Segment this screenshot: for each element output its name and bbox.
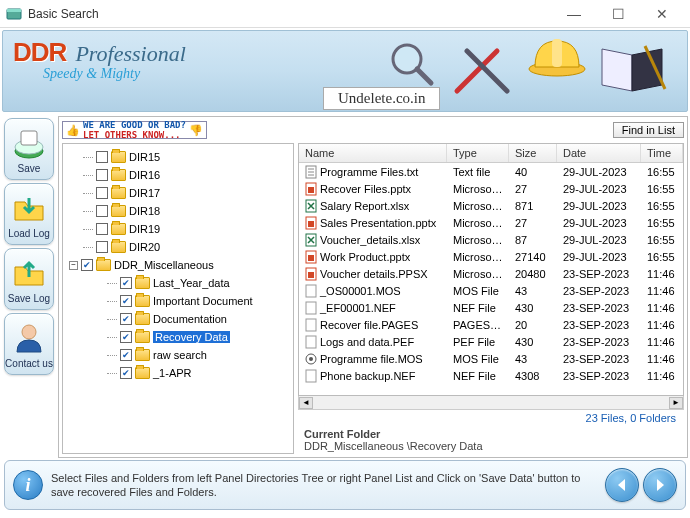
file-time: 11:46	[641, 284, 683, 298]
tree-node[interactable]: Documentation	[65, 310, 291, 328]
checkbox[interactable]	[120, 349, 132, 361]
file-time: 16:55	[641, 233, 683, 247]
screwdriver-icon	[447, 41, 517, 101]
checkbox[interactable]	[120, 331, 132, 343]
window-title: Basic Search	[28, 7, 552, 21]
checkbox[interactable]	[96, 205, 108, 217]
file-list[interactable]: Name Type Size Date Time Programme Files…	[298, 143, 684, 396]
contact-us-button[interactable]: Contact us	[4, 313, 54, 375]
feedback-line1: WE ARE GOOD OR BAD?	[83, 120, 186, 130]
tree-connector	[83, 157, 93, 158]
tree-node[interactable]: DIR19	[65, 220, 291, 238]
file-name: Phone backup.NEF	[320, 370, 415, 382]
sidebar-label: Save Log	[8, 293, 50, 304]
checkbox[interactable]	[81, 259, 93, 271]
checkbox[interactable]	[96, 241, 108, 253]
scroll-right-icon[interactable]: ►	[669, 397, 683, 409]
col-size[interactable]: Size	[509, 144, 557, 162]
load-log-button-icon	[11, 190, 47, 226]
tree-connector	[107, 337, 117, 338]
minimize-button[interactable]: —	[552, 0, 596, 28]
svg-rect-11	[21, 131, 37, 145]
file-type: Microsoft...	[447, 233, 509, 247]
directory-tree[interactable]: DIR15DIR16DIR17DIR18DIR19DIR20−DDR_Misce…	[62, 143, 294, 454]
expander-icon[interactable]: −	[69, 261, 78, 270]
file-date: 29-JUL-2023	[557, 216, 641, 230]
load-log-button[interactable]: Load Log	[4, 183, 54, 245]
tree-node[interactable]: DIR20	[65, 238, 291, 256]
file-row[interactable]: Phone backup.NEFNEF File430823-SEP-20231…	[299, 367, 683, 384]
col-name[interactable]: Name	[299, 144, 447, 162]
file-row[interactable]: Programme Files.txtText file4029-JUL-202…	[299, 163, 683, 180]
checkbox[interactable]	[96, 169, 108, 181]
file-time: 11:46	[641, 318, 683, 332]
file-icon	[305, 352, 317, 366]
file-icon	[305, 284, 317, 298]
file-row[interactable]: Work Product.pptxMicrosoft...2714029-JUL…	[299, 248, 683, 265]
file-icon	[305, 182, 317, 196]
tree-label: DIR20	[129, 241, 160, 253]
file-list-header: Name Type Size Date Time	[299, 144, 683, 163]
file-icon	[305, 199, 317, 213]
forward-button[interactable]	[643, 468, 677, 502]
save-log-button[interactable]: Save Log	[4, 248, 54, 310]
feedback-banner[interactable]: 👍 WE ARE GOOD OR BAD? LET OTHERS KNOW...…	[62, 121, 207, 139]
tree-node[interactable]: Important Document	[65, 292, 291, 310]
checkbox[interactable]	[96, 187, 108, 199]
col-date[interactable]: Date	[557, 144, 641, 162]
col-time[interactable]: Time	[641, 144, 683, 162]
file-row[interactable]: Programme file.MOSMOS File4323-SEP-20231…	[299, 350, 683, 367]
tree-node[interactable]: DIR18	[65, 202, 291, 220]
file-date: 23-SEP-2023	[557, 267, 641, 281]
file-size: 27	[509, 182, 557, 196]
close-button[interactable]: ✕	[640, 0, 684, 28]
find-in-list-button[interactable]: Find in List	[613, 122, 684, 138]
file-date: 29-JUL-2023	[557, 165, 641, 179]
col-type[interactable]: Type	[447, 144, 509, 162]
tree-node[interactable]: raw search	[65, 346, 291, 364]
file-date: 23-SEP-2023	[557, 335, 641, 349]
tree-node[interactable]: Last_Year_data	[65, 274, 291, 292]
tree-node[interactable]: DIR15	[65, 148, 291, 166]
file-name: Recover file.PAGES	[320, 319, 418, 331]
magnifier-icon	[387, 39, 437, 89]
file-row[interactable]: _EF00001.NEFNEF File43023-SEP-202311:46	[299, 299, 683, 316]
file-row[interactable]: _OS00001.MOSMOS File4323-SEP-202311:46	[299, 282, 683, 299]
checkbox[interactable]	[96, 151, 108, 163]
file-size: 43	[509, 284, 557, 298]
checkbox[interactable]	[96, 223, 108, 235]
file-time: 16:55	[641, 165, 683, 179]
checkbox[interactable]	[120, 367, 132, 379]
back-button[interactable]	[605, 468, 639, 502]
file-row[interactable]: Salary Report.xlsxMicrosoft...87129-JUL-…	[299, 197, 683, 214]
file-time: 16:55	[641, 199, 683, 213]
file-icon	[305, 267, 317, 281]
logo-block: DDR Professional Speedy & Mighty	[13, 37, 186, 82]
file-row[interactable]: Logs and data.PEFPEF File43023-SEP-20231…	[299, 333, 683, 350]
checkbox[interactable]	[120, 295, 132, 307]
file-name: Programme file.MOS	[320, 353, 423, 365]
scroll-left-icon[interactable]: ◄	[299, 397, 313, 409]
file-row[interactable]: Sales Presentation.pptxMicrosoft...2729-…	[299, 214, 683, 231]
maximize-button[interactable]: ☐	[596, 0, 640, 28]
file-date: 23-SEP-2023	[557, 369, 641, 383]
file-row[interactable]: Voucher_details.xlsxMicrosoft...8729-JUL…	[299, 231, 683, 248]
tree-label: _1-APR	[153, 367, 192, 379]
logo-ddr-text: DDR	[13, 37, 66, 68]
tree-node[interactable]: Recovery Data	[65, 328, 291, 346]
checkbox[interactable]	[120, 313, 132, 325]
tree-node[interactable]: −DDR_Miscellaneous	[65, 256, 291, 274]
file-row[interactable]: Recover file.PAGESPAGES File2023-SEP-202…	[299, 316, 683, 333]
save-button[interactable]: Save	[4, 118, 54, 180]
tree-node[interactable]: _1-APR	[65, 364, 291, 382]
file-date: 23-SEP-2023	[557, 284, 641, 298]
file-row[interactable]: Voucher details.PPSXMicrosoft...2048023-…	[299, 265, 683, 282]
tree-label: DIR18	[129, 205, 160, 217]
tree-connector	[107, 373, 117, 374]
checkbox[interactable]	[120, 277, 132, 289]
horizontal-scrollbar[interactable]: ◄ ►	[298, 396, 684, 410]
current-folder-path: DDR_Miscellaneous \Recovery Data	[304, 440, 678, 452]
tree-node[interactable]: DIR16	[65, 166, 291, 184]
file-row[interactable]: Recover Files.pptxMicrosoft...2729-JUL-2…	[299, 180, 683, 197]
tree-node[interactable]: DIR17	[65, 184, 291, 202]
